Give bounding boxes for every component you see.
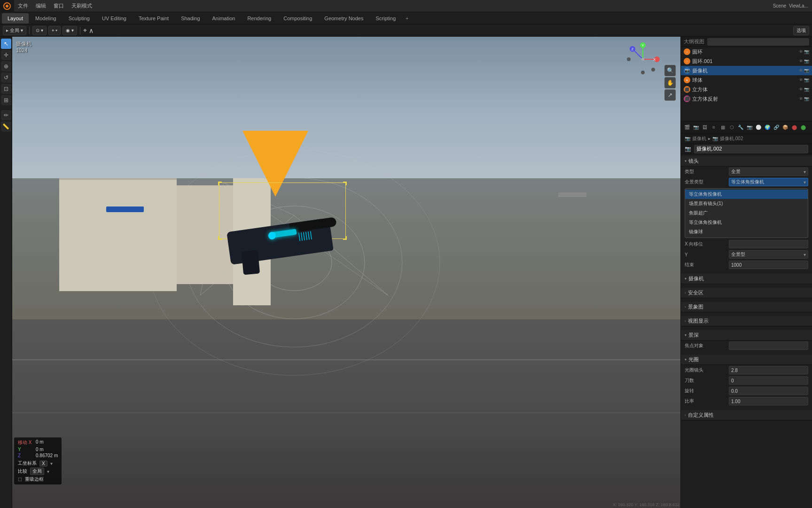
prop-tab-green[interactable]: ⬤ bbox=[799, 123, 807, 132]
properties-breadcrumb: 📷 摄像机 ▸ 📷 摄像机.002 bbox=[681, 134, 812, 144]
dropdown-opt-fisheye2[interactable]: 等立体角投像机 bbox=[685, 218, 808, 227]
prop-tab-render[interactable]: 📷 bbox=[692, 123, 700, 132]
tool-move[interactable]: ⊕ bbox=[1, 61, 11, 71]
nav-orbit[interactable]: ↗ bbox=[664, 89, 676, 101]
tab-animation[interactable]: Animation bbox=[207, 13, 241, 24]
aperture-section-header[interactable]: ▾ 光圈 bbox=[681, 355, 812, 365]
app-logo bbox=[0, 0, 14, 12]
nav-zoom[interactable]: 🔍 bbox=[664, 65, 676, 76]
toolbar-icon1[interactable]: ⌖ bbox=[83, 26, 87, 34]
tool-measure[interactable]: 📏 bbox=[1, 121, 11, 132]
camera-section-header[interactable]: ▾ 摄像机 bbox=[681, 274, 812, 284]
prop-tab-scene[interactable]: 🎬 bbox=[683, 123, 691, 132]
prop-tab-red[interactable]: ⬤ bbox=[790, 123, 798, 132]
toolbar-transform-btn[interactable]: ⌖ ▾ bbox=[48, 26, 61, 35]
blades-val[interactable]: 0 bbox=[729, 376, 808, 385]
circle001-icon: ○ bbox=[684, 58, 690, 64]
menu-file[interactable]: 文件 bbox=[14, 0, 32, 12]
dropdown-opt-fisheye-equisolid[interactable]: 场景原有镜头(1) bbox=[685, 199, 808, 208]
clip-start-val[interactable] bbox=[729, 240, 808, 248]
toolbar-snap-btn[interactable]: ⊙ ▾ bbox=[32, 26, 47, 35]
outliner-item-cube-reflect[interactable]: ⬛ 立方体反射 👁 📷 bbox=[681, 94, 812, 103]
tab-uv-editing[interactable]: UV Editing bbox=[96, 13, 132, 24]
lens-type-value[interactable]: 全景 bbox=[729, 167, 808, 176]
tab-modeling[interactable]: Modeling bbox=[30, 13, 62, 24]
toolbar-icon2[interactable]: ∧ bbox=[89, 27, 94, 34]
prop-tab-view-layer[interactable]: ≡ bbox=[710, 123, 718, 132]
lens-aperture-row: 光圈镜头 2.8 bbox=[681, 365, 812, 375]
gun-grip bbox=[242, 250, 260, 275]
focus-obj-val[interactable] bbox=[729, 341, 808, 350]
prop-tab-world[interactable]: 🌍 bbox=[763, 123, 772, 132]
prop-tab-data[interactable]: 📷 bbox=[745, 123, 754, 132]
prop-tab-object[interactable]: ⬡ bbox=[727, 123, 736, 132]
nav-pan[interactable]: ✋ bbox=[664, 77, 676, 88]
viewport-display-header[interactable]: › 视图显示 bbox=[681, 316, 812, 326]
3d-viewport[interactable]: 摄像机 1024 移动 X 0 m Y 0 m Z 0.86702 m 工坐标系… bbox=[12, 37, 680, 508]
prop-tab-constraint[interactable]: 🔗 bbox=[772, 123, 781, 132]
tool-transform[interactable]: ⊞ bbox=[1, 95, 11, 105]
viewport-gizmo[interactable]: X Y Z bbox=[624, 40, 662, 78]
camera-section: ▾ 摄像机 bbox=[681, 272, 812, 286]
custom-props-label: 自定义属性 bbox=[688, 412, 714, 419]
panorama-type-value[interactable]: 等立体角投像机 bbox=[729, 178, 808, 186]
ratio-val[interactable]: 1.00 bbox=[729, 397, 808, 405]
clip-type-val[interactable]: 全景型 bbox=[729, 250, 808, 259]
clip-end-val[interactable]: 1000 bbox=[729, 261, 808, 269]
prop-tab-scene2[interactable]: ▦ bbox=[718, 123, 727, 132]
vp-display-label: 视图显示 bbox=[688, 318, 709, 325]
tab-texture-paint[interactable]: Texture Paint bbox=[133, 13, 174, 24]
gun-model bbox=[219, 206, 360, 281]
tool-rotate[interactable]: ↺ bbox=[1, 72, 11, 83]
tool-cursor[interactable]: ✛ bbox=[1, 50, 11, 60]
tab-compositing[interactable]: Compositing bbox=[278, 13, 318, 24]
object-name-row: 📷 bbox=[681, 144, 812, 154]
add-workspace-button[interactable]: + bbox=[402, 14, 412, 23]
menu-mode[interactable]: 天刷模式 bbox=[68, 0, 96, 12]
camera-icon: 📷 bbox=[684, 67, 690, 74]
circle-icon: ○ bbox=[684, 48, 690, 55]
tool-select[interactable]: ↖ bbox=[1, 39, 11, 49]
background-section-header[interactable]: › 景象图 bbox=[681, 302, 812, 312]
tab-layout[interactable]: Layout bbox=[2, 13, 29, 24]
props-icon-tabs: 🎬 📷 🖼 ≡ ▦ ⬡ 🔧 📷 ⚪ 🌍 🔗 📦 ⬤ ⬤ bbox=[681, 121, 812, 134]
dropdown-opt-stereo[interactable]: 等立体角投像机 bbox=[685, 190, 808, 199]
outliner-item-circle001[interactable]: ○ 圆环.001 👁 📷 bbox=[681, 56, 812, 66]
tab-shading[interactable]: Shading bbox=[175, 13, 205, 24]
dof-label: 景深 bbox=[688, 332, 699, 339]
toolbar-mode-btn[interactable]: ▸ 全局 ▾ bbox=[3, 26, 26, 35]
svg-text:Z: Z bbox=[632, 47, 634, 51]
tab-scripting[interactable]: Scripting bbox=[370, 13, 401, 24]
outliner-item-cube[interactable]: ⬛ 立方体 👁 📷 bbox=[681, 85, 812, 94]
cube-reflect-icon: ⬛ bbox=[684, 95, 690, 102]
overlay-btn[interactable]: 选项 bbox=[793, 26, 809, 35]
tab-rendering[interactable]: Rendering bbox=[242, 13, 277, 24]
dropdown-opt-fisheye[interactable]: 鱼眼超广 bbox=[685, 208, 808, 218]
lens-label: 镜头 bbox=[688, 158, 699, 165]
tab-geometry-nodes[interactable]: Geometry Nodes bbox=[319, 13, 369, 24]
menu-window[interactable]: 窗口 bbox=[50, 0, 68, 12]
safe-area-section-header[interactable]: › 安全区 bbox=[681, 288, 812, 298]
tool-annotate[interactable]: ✏ bbox=[1, 110, 11, 120]
dof-section-header[interactable]: ▾ 景深 bbox=[681, 330, 812, 341]
outliner-item-circle[interactable]: ○ 圆环 👁 📷 bbox=[681, 47, 812, 56]
tool-scale[interactable]: ⊡ bbox=[1, 84, 11, 94]
lens-section-header[interactable]: ▾ 镜头 bbox=[681, 156, 812, 167]
panorama-type-row: 全景类型 等立体角投像机 bbox=[681, 177, 812, 187]
prop-tab-object-data[interactable]: 📦 bbox=[781, 123, 789, 132]
xform-z-val: 0.86702 m bbox=[36, 453, 58, 458]
toolbar-proportional-btn[interactable]: ◉ ▾ bbox=[62, 26, 77, 35]
prop-tab-modifier[interactable]: 🔧 bbox=[736, 123, 745, 132]
dropdown-opt-mirrorball[interactable]: 镜像球 bbox=[685, 227, 808, 237]
tab-sculpting[interactable]: Sculpting bbox=[63, 13, 95, 24]
menu-edit[interactable]: 编辑 bbox=[32, 0, 50, 12]
prop-tab-output[interactable]: 🖼 bbox=[701, 123, 709, 132]
prop-tab-material[interactable]: ⚪ bbox=[754, 123, 763, 132]
outliner-item-camera[interactable]: 📷 摄像机 👁 📷 bbox=[681, 66, 812, 75]
outliner-item-sphere[interactable]: ● 球体 👁 📷 bbox=[681, 75, 812, 85]
rotation-val[interactable]: 0.0 bbox=[729, 387, 808, 395]
object-name-input[interactable] bbox=[694, 145, 808, 153]
lens-aperture-val[interactable]: 2.8 bbox=[729, 366, 808, 374]
custom-props-header[interactable]: › 自定义属性 bbox=[681, 410, 812, 421]
outliner-search-input[interactable] bbox=[707, 38, 809, 46]
